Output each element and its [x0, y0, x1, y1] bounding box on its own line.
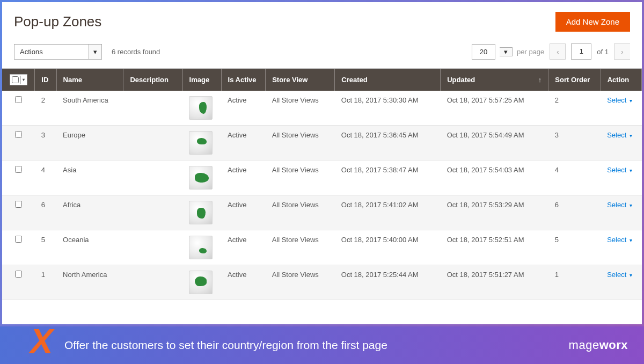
per-page-selector[interactable]: 20 ▾ per page: [472, 44, 544, 60]
select-action-link[interactable]: Select: [607, 96, 632, 104]
page-title: Pop-up Zones: [14, 13, 101, 30]
cell-image: [182, 195, 221, 230]
cell-created: Oct 18, 2017 5:36:45 AM: [335, 126, 441, 161]
footer-banner: X Offer the customers to set their count…: [0, 326, 644, 364]
col-sort-order[interactable]: Sort Order: [548, 69, 601, 91]
cell-id: 4: [35, 161, 56, 195]
cell-name: Oceania: [56, 230, 123, 265]
cell-updated: Oct 18, 2017 5:52:51 AM: [441, 230, 548, 265]
chevron-down-icon: ▾: [89, 44, 102, 60]
chevron-down-icon: ▾: [20, 76, 27, 84]
cell-is-active: Active: [221, 230, 266, 265]
col-description[interactable]: Description: [123, 69, 182, 91]
table-row[interactable]: 6AfricaActiveAll Store ViewsOct 18, 2017…: [2, 195, 642, 230]
cell-image: [182, 265, 221, 300]
select-action-link[interactable]: Select: [607, 131, 632, 139]
per-page-value: 20: [472, 44, 495, 60]
select-action-link[interactable]: Select: [607, 236, 632, 244]
actions-dropdown[interactable]: Actions ▾: [14, 44, 102, 60]
col-name[interactable]: Name: [56, 69, 123, 91]
row-checkbox[interactable]: [15, 201, 22, 208]
cell-sort-order: 3: [548, 126, 601, 161]
cell-updated: Oct 18, 2017 5:53:29 AM: [441, 195, 548, 230]
cell-name: Africa: [56, 195, 123, 230]
row-checkbox[interactable]: [15, 131, 22, 138]
cell-created: Oct 18, 2017 5:25:44 AM: [335, 265, 441, 300]
cell-id: 3: [35, 126, 56, 161]
globe-icon: [189, 201, 213, 224]
select-action-link[interactable]: Select: [607, 166, 632, 174]
cell-is-active: Active: [221, 161, 266, 195]
cell-created: Oct 18, 2017 5:30:30 AM: [335, 91, 441, 126]
select-action-link[interactable]: Select: [607, 201, 632, 209]
table-row[interactable]: 3EuropeActiveAll Store ViewsOct 18, 2017…: [2, 126, 642, 161]
cell-sort-order: 2: [548, 91, 601, 126]
globe-icon: [189, 271, 213, 294]
pager: ‹ 1 of 1 ›: [550, 43, 630, 60]
cell-store-view: All Store Views: [266, 265, 335, 300]
page-header: Pop-up Zones Add New Zone: [2, 2, 642, 38]
cell-id: 6: [35, 195, 56, 230]
table-header-row: ▾ ID Name Description Image Is Active St…: [2, 69, 642, 91]
col-action[interactable]: Action: [601, 69, 641, 91]
cell-sort-order: 6: [548, 195, 601, 230]
toolbar: Actions ▾ 6 records found 20 ▾ per page …: [2, 38, 642, 68]
continent-shape: [197, 138, 207, 144]
cell-updated: Oct 18, 2017 5:51:27 AM: [441, 265, 548, 300]
chevron-down-icon: ▾: [500, 47, 513, 56]
cell-sort-order: 5: [548, 230, 601, 265]
col-updated-label: Updated: [447, 76, 475, 84]
cell-description: [123, 91, 182, 126]
continent-shape: [195, 173, 209, 183]
select-all-checkbox[interactable]: [12, 76, 19, 83]
add-new-zone-button[interactable]: Add New Zone: [555, 12, 630, 32]
cell-is-active: Active: [221, 265, 266, 300]
col-store-view[interactable]: Store View: [266, 69, 335, 91]
x-logo-icon: X: [30, 324, 53, 359]
cell-name: Europe: [56, 126, 123, 161]
row-checkbox[interactable]: [15, 96, 22, 103]
sort-up-icon: ↑: [538, 76, 542, 84]
row-checkbox[interactable]: [15, 271, 22, 278]
continent-shape: [199, 248, 207, 253]
row-checkbox[interactable]: [15, 166, 22, 173]
table-row[interactable]: 4AsiaActiveAll Store ViewsOct 18, 2017 5…: [2, 161, 642, 195]
brand-logo: mageworx: [569, 338, 628, 352]
cell-id: 2: [35, 91, 56, 126]
col-image[interactable]: Image: [182, 69, 221, 91]
page-input[interactable]: 1: [571, 43, 591, 60]
brand-b: worx: [599, 338, 628, 352]
row-checkbox[interactable]: [15, 236, 22, 243]
cell-created: Oct 18, 2017 5:41:02 AM: [335, 195, 441, 230]
next-page-button[interactable]: ›: [614, 43, 630, 60]
col-created[interactable]: Created: [335, 69, 441, 91]
col-id[interactable]: ID: [35, 69, 56, 91]
cell-sort-order: 1: [548, 265, 601, 300]
col-is-active[interactable]: Is Active: [221, 69, 266, 91]
prev-page-button[interactable]: ‹: [550, 43, 566, 60]
cell-store-view: All Store Views: [266, 126, 335, 161]
cell-is-active: Active: [221, 91, 266, 126]
cell-updated: Oct 18, 2017 5:57:25 AM: [441, 91, 548, 126]
page-of-label: of 1: [597, 48, 609, 56]
cell-image: [182, 230, 221, 265]
col-updated[interactable]: Updated↑: [441, 69, 548, 91]
cell-id: 5: [35, 230, 56, 265]
records-found: 6 records found: [112, 48, 160, 56]
col-checkbox[interactable]: ▾: [2, 69, 35, 91]
continent-shape: [195, 276, 207, 286]
table-row[interactable]: 5OceaniaActiveAll Store ViewsOct 18, 201…: [2, 230, 642, 265]
continent-shape: [199, 102, 207, 114]
brand-a: mage: [569, 338, 599, 352]
cell-created: Oct 18, 2017 5:40:00 AM: [335, 230, 441, 265]
table-row[interactable]: 2South AmericaActiveAll Store ViewsOct 1…: [2, 91, 642, 126]
table-row[interactable]: 1North AmericaActiveAll Store ViewsOct 1…: [2, 265, 642, 300]
select-action-link[interactable]: Select: [607, 271, 632, 279]
cell-store-view: All Store Views: [266, 230, 335, 265]
cell-name: North America: [56, 265, 123, 300]
actions-label: Actions: [14, 44, 89, 60]
globe-icon: [189, 236, 213, 259]
cell-name: South America: [56, 91, 123, 126]
cell-store-view: All Store Views: [266, 161, 335, 195]
globe-icon: [189, 166, 213, 190]
